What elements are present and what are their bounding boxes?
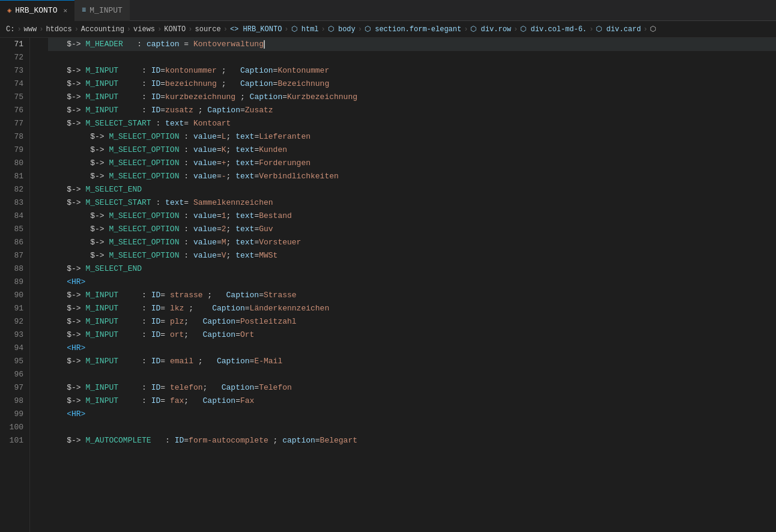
- breadcrumb-html: ⬡ html: [291, 25, 319, 34]
- code-line-95: $-> M_INPUT : ID= email ; Caption=E-Mail: [48, 355, 776, 368]
- ln-82: 82: [0, 183, 29, 196]
- ln-75: 75: [0, 91, 29, 104]
- tab-m-label: M_INPUT: [89, 6, 123, 15]
- ln-92: 92: [0, 315, 29, 328]
- breadcrumb-section: ⬡ section.form-elegant: [365, 25, 461, 34]
- ln-99: 99: [0, 408, 29, 421]
- ln-72: 72: [0, 51, 29, 64]
- code-line-86: $-> M_SELECT_OPTION : value=M; text=Vors…: [48, 236, 776, 249]
- code-line-75: $-> M_INPUT : ID=kurzbezeichnung ; Capti…: [48, 91, 776, 104]
- breadcrumb-konto: KONTO: [164, 25, 186, 34]
- breadcrumb-divrow: ⬡ div.row: [470, 25, 511, 34]
- ln-81: 81: [0, 170, 29, 183]
- ln-86: 86: [0, 236, 29, 249]
- breadcrumb-www: www: [24, 25, 37, 34]
- ln-96: 96: [0, 368, 29, 381]
- breadcrumb-body: ⬡ body: [328, 25, 356, 34]
- ln-78: 78: [0, 130, 29, 144]
- tab-hrb-close[interactable]: ✕: [63, 7, 67, 14]
- code-line-73: $-> M_INPUT : ID=kontonummer ; Caption=K…: [48, 64, 776, 77]
- code-line-78: $-> M_SELECT_OPTION : value=L; text=Lief…: [48, 130, 776, 144]
- ln-85: 85: [0, 223, 29, 236]
- code-line-90: $-> M_INPUT : ID= strasse ; Caption=Stra…: [48, 289, 776, 302]
- ln-71: 71: [0, 38, 29, 51]
- breadcrumb-htdocs: htdocs: [46, 25, 71, 34]
- code-line-84: $-> M_SELECT_OPTION : value=1; text=Best…: [48, 210, 776, 223]
- ln-89: 89: [0, 276, 29, 289]
- code-line-87: $-> M_SELECT_OPTION : value=V; text=MWSt: [48, 249, 776, 262]
- ln-77: 77: [0, 117, 29, 130]
- code-line-83: $-> M_SELECT_START : text= Sammelkennzei…: [48, 196, 776, 210]
- code-line-89: <HR>: [48, 276, 776, 289]
- code-line-92: $-> M_INPUT : ID= plz; Caption=Postleitz…: [48, 315, 776, 328]
- code-line-91: $-> M_INPUT : ID= lkz ; Caption=Länderke…: [48, 302, 776, 315]
- tab-hrb-konto[interactable]: ◈ HRB_KONTO ✕: [0, 0, 74, 21]
- code-line-76: $-> M_INPUT : ID=zusatz ; Caption=Zusatz: [48, 104, 776, 117]
- code-line-71: $-> M_HEADER : caption = Kontoverwaltung: [48, 38, 776, 51]
- breadcrumb-c: C:: [6, 25, 14, 34]
- title-bar: ◈ HRB_KONTO ✕ ≡ M_INPUT: [0, 0, 776, 21]
- ln-84: 84: [0, 210, 29, 223]
- ln-93: 93: [0, 328, 29, 342]
- ln-98: 98: [0, 394, 29, 408]
- breadcrumb-divcol: ⬡ div.col-md-6.: [520, 25, 587, 34]
- code-line-80: $-> M_SELECT_OPTION : value=+; text=Ford…: [48, 157, 776, 170]
- breadcrumb: C: › www › htdocs › Accounting › views ›…: [0, 21, 776, 38]
- code-line-88: $-> M_SELECT_END: [48, 262, 776, 276]
- editor-gutter: [30, 38, 42, 532]
- code-line-98: $-> M_INPUT : ID= fax; Caption=Fax: [48, 394, 776, 408]
- hrb-file-icon: ◈: [7, 6, 11, 15]
- breadcrumb-accounting[interactable]: Accounting: [81, 25, 124, 34]
- ln-73: 73: [0, 64, 29, 77]
- ln-88: 88: [0, 262, 29, 276]
- ln-101: 101: [0, 434, 29, 447]
- ln-74: 74: [0, 77, 29, 91]
- breadcrumb-end: ⬡: [650, 25, 656, 34]
- tab-m-input[interactable]: ≡ M_INPUT: [74, 0, 130, 21]
- ln-100: 100: [0, 421, 29, 434]
- breadcrumb-source: source: [195, 25, 221, 34]
- ln-83: 83: [0, 196, 29, 210]
- code-line-100: [48, 421, 776, 434]
- ln-87: 87: [0, 249, 29, 262]
- code-line-77: $-> M_SELECT_START : text= Kontoart: [48, 117, 776, 130]
- code-line-74: $-> M_INPUT : ID=bezeichnung ; Caption=B…: [48, 77, 776, 91]
- ln-95: 95: [0, 355, 29, 368]
- code-line-97: $-> M_INPUT : ID= telefon; Caption=Telef…: [48, 381, 776, 394]
- ln-79: 79: [0, 144, 29, 157]
- code-line-85: $-> M_SELECT_OPTION : value=2; text=Guv: [48, 223, 776, 236]
- code-line-99: <HR>: [48, 408, 776, 421]
- breadcrumb-hrb-konto: <> HRB_KONTO: [230, 25, 282, 34]
- breadcrumb-divcard: ⬡ div.card: [596, 25, 641, 34]
- ln-91: 91: [0, 302, 29, 315]
- code-line-101: $-> M_AUTOCOMPLETE : ID=form-autocomplet…: [48, 434, 776, 447]
- code-line-96: [48, 368, 776, 381]
- breadcrumb-views: views: [133, 25, 155, 34]
- code-line-93: $-> M_INPUT : ID= ort; Caption=Ort: [48, 328, 776, 342]
- code-line-79: $-> M_SELECT_OPTION : value=K; text=Kund…: [48, 144, 776, 157]
- ln-94: 94: [0, 342, 29, 355]
- tab-hrb-label: HRB_KONTO: [15, 6, 57, 15]
- ln-90: 90: [0, 289, 29, 302]
- ln-80: 80: [0, 157, 29, 170]
- code-line-94: <HR>: [48, 342, 776, 355]
- code-line-72: [48, 51, 776, 64]
- ln-97: 97: [0, 381, 29, 394]
- code-line-82: $-> M_SELECT_END: [48, 183, 776, 196]
- code-content[interactable]: $-> M_HEADER : caption = Kontoverwaltung…: [42, 38, 776, 532]
- line-numbers: 71 72 73 74 75 76 77 78 79 80 81 82 83 8…: [0, 38, 30, 532]
- code-line-81: $-> M_SELECT_OPTION : value=-; text=Verb…: [48, 170, 776, 183]
- code-editor[interactable]: 71 72 73 74 75 76 77 78 79 80 81 82 83 8…: [0, 38, 776, 532]
- m-file-icon: ≡: [82, 6, 86, 14]
- ln-76: 76: [0, 104, 29, 117]
